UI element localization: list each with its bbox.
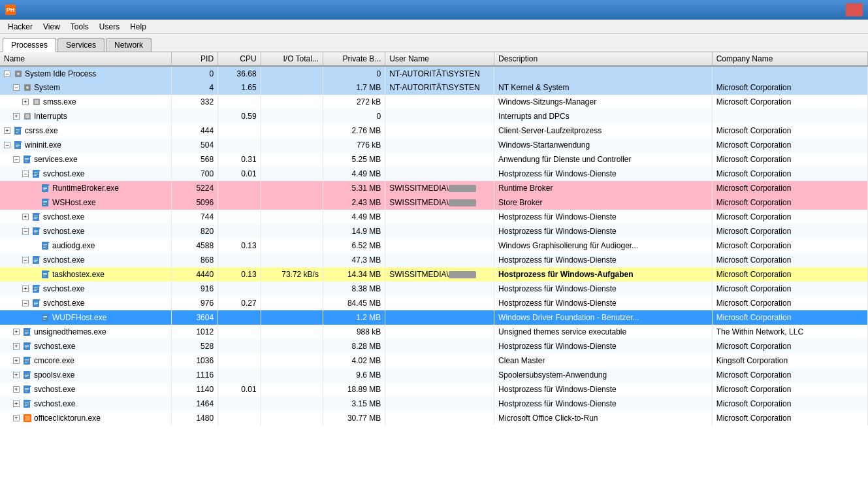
table-row[interactable]: −System41.651.7 MBNT-AUTORITÄT\SYSTENNT … — [0, 80, 868, 95]
col-header-name[interactable]: Name — [0, 52, 171, 66]
tree-expand-icon[interactable]: + — [13, 415, 20, 421]
process-pid: 528 — [171, 339, 217, 353]
table-row[interactable]: +svchost.exe14643.15 MBHostprozess für W… — [0, 397, 868, 411]
menu-users[interactable]: Users — [94, 21, 125, 33]
tree-expand-icon[interactable]: + — [4, 127, 10, 134]
process-desc — [494, 66, 713, 80]
menu-hacker[interactable]: Hacker — [3, 21, 38, 33]
process-io — [261, 138, 323, 152]
process-name-text: System Idle Process — [25, 69, 96, 78]
process-company: Microsoft Corporation — [712, 123, 867, 138]
table-row[interactable]: RuntimeBroker.exe52245.31 MBSWISSITMEDIA… — [0, 181, 868, 195]
col-header-user-name[interactable]: User Name — [385, 52, 494, 66]
menu-view[interactable]: View — [38, 21, 65, 33]
tree-expand-icon[interactable]: − — [22, 300, 29, 306]
col-header-i-o-total---[interactable]: I/O Total... — [261, 52, 323, 66]
table-row[interactable]: +svchost.exe5288.28 MBHostprozess für Wi… — [0, 339, 868, 353]
table-row[interactable]: +svchost.exe11400.0118.89 MBHostprozess … — [0, 382, 868, 397]
tree-expand-icon[interactable]: − — [4, 71, 10, 77]
process-cpu — [218, 181, 261, 195]
process-desc: Microsoft Office Click-to-Run — [494, 411, 713, 425]
minimize-button[interactable] — [807, 3, 824, 16]
restore-button[interactable] — [826, 3, 843, 16]
tree-expand-icon[interactable]: + — [13, 329, 20, 335]
process-io — [261, 210, 323, 224]
table-row[interactable]: +smss.exe332272 kBWindows-Sitzungs-Manag… — [0, 95, 868, 109]
process-private: 4.02 MB — [323, 353, 385, 368]
tab-processes[interactable]: Processes — [3, 38, 56, 52]
table-row[interactable]: audiodg.exe45880.136.52 MBWindows Graphi… — [0, 238, 868, 253]
table-row[interactable]: −services.exe5680.315.25 MBAnwendung für… — [0, 152, 868, 167]
col-header-cpu[interactable]: CPU — [218, 52, 261, 66]
process-name-cell: −svchost.exe — [0, 253, 171, 267]
tree-expand-icon[interactable]: + — [22, 99, 29, 105]
svg-rect-81 — [25, 332, 29, 333]
tree-expand-icon[interactable]: − — [13, 84, 20, 91]
tree-expand-icon[interactable]: + — [13, 357, 20, 364]
process-name-text: cmcore.exe — [34, 356, 74, 365]
process-name-cell: WUDFHost.exe — [0, 310, 171, 325]
tree-expand-icon[interactable]: + — [22, 214, 29, 220]
table-row[interactable]: +svchost.exe7444.49 MBHostprozess für Wi… — [0, 210, 868, 224]
process-name-text: WUDFHost.exe — [52, 313, 106, 322]
table-row[interactable]: −svchost.exe7000.014.49 MBHostprozess fü… — [0, 167, 868, 181]
tree-expand-icon[interactable]: + — [13, 372, 20, 378]
tree-expand-icon[interactable]: − — [22, 171, 29, 177]
process-private: 3.15 MB — [323, 397, 385, 411]
process-name-text: RuntimeBroker.exe — [52, 184, 119, 193]
tree-expand-icon[interactable]: − — [4, 142, 10, 148]
tab-services[interactable]: Services — [57, 38, 104, 52]
svg-rect-21 — [25, 159, 29, 160]
table-row[interactable]: taskhostex.exe44400.1373.72 kB/s14.34 MB… — [0, 267, 868, 282]
process-name-cell: +svchost.exe — [0, 397, 171, 411]
table-row[interactable]: +officeclicktorun.exe148030.77 MBMicroso… — [0, 411, 868, 425]
process-name-text: Interrupts — [34, 112, 67, 121]
process-pid: 820 — [171, 224, 217, 238]
tree-expand-icon[interactable]: + — [22, 286, 29, 292]
tab-network[interactable]: Network — [106, 38, 152, 52]
col-header-description[interactable]: Description — [494, 52, 713, 66]
table-row[interactable]: +spoolsv.exe11169.6 MBSpoolersubsystem-A… — [0, 368, 868, 382]
process-icon — [41, 241, 50, 250]
svg-rect-66 — [34, 289, 38, 289]
menu-tools[interactable]: Tools — [65, 21, 94, 33]
table-row[interactable]: +Interrupts0.590Interrupts and DPCs — [0, 109, 868, 123]
process-name-text: csrss.exe — [25, 126, 58, 135]
process-desc: Hostprozess für Windows-Dienste — [494, 382, 713, 397]
process-private: 14.34 MB — [323, 267, 385, 282]
process-user: SWISSITMEDIA\██████ — [385, 195, 494, 210]
table-row[interactable]: +svchost.exe9168.38 MBHostprozess für Wi… — [0, 282, 868, 296]
tree-expand-icon[interactable]: + — [13, 400, 20, 407]
close-button[interactable] — [846, 3, 863, 16]
svg-rect-101 — [25, 389, 29, 390]
process-icon — [14, 69, 23, 78]
tree-expand-icon[interactable]: + — [13, 386, 20, 393]
tree-expand-icon[interactable]: + — [13, 343, 20, 350]
process-pid: 504 — [171, 138, 217, 152]
table-row[interactable]: +cmcore.exe10364.02 MBClean MasterKingso… — [0, 353, 868, 368]
table-row[interactable]: WSHost.exe50962.43 MBSWISSITMEDIA\██████… — [0, 195, 868, 210]
svg-rect-16 — [16, 145, 20, 146]
table-row[interactable]: −wininit.exe504776 kBWindows-Startanwend… — [0, 138, 868, 152]
table-row[interactable]: −svchost.exe82014.9 MBHostprozess für Wi… — [0, 224, 868, 238]
table-row[interactable]: WUDFHost.exe36041.2 MBWindows Driver Fou… — [0, 310, 868, 325]
col-header-private-b---[interactable]: Private B... — [323, 52, 385, 66]
menu-help[interactable]: Help — [125, 21, 152, 33]
table-row[interactable]: +unsignedthemes.exe1012988 kBUnsigned th… — [0, 325, 868, 339]
tree-expand-icon[interactable]: − — [22, 228, 29, 235]
table-container[interactable]: NamePIDCPUI/O Total...Private B...User N… — [0, 52, 868, 490]
process-cpu: 0.01 — [218, 382, 261, 397]
table-row[interactable]: −System Idle Process036.680NT-AUTORITÄT\… — [0, 66, 868, 80]
table-row[interactable]: +csrss.exe4442.76 MBClient-Server-Laufze… — [0, 123, 868, 138]
table-row[interactable]: −svchost.exe86847.3 MBHostprozess für Wi… — [0, 253, 868, 267]
tree-expand-icon[interactable]: + — [13, 113, 20, 120]
tree-expand-icon[interactable]: − — [22, 257, 29, 263]
process-company — [712, 109, 867, 123]
svg-rect-51 — [43, 246, 47, 246]
process-cpu: 0.27 — [218, 296, 261, 310]
tree-expand-icon[interactable]: − — [13, 156, 20, 163]
process-icon — [23, 327, 32, 336]
col-header-company-name[interactable]: Company Name — [712, 52, 867, 66]
table-row[interactable]: −svchost.exe9760.2784.45 MBHostprozess f… — [0, 296, 868, 310]
col-header-pid[interactable]: PID — [171, 52, 217, 66]
